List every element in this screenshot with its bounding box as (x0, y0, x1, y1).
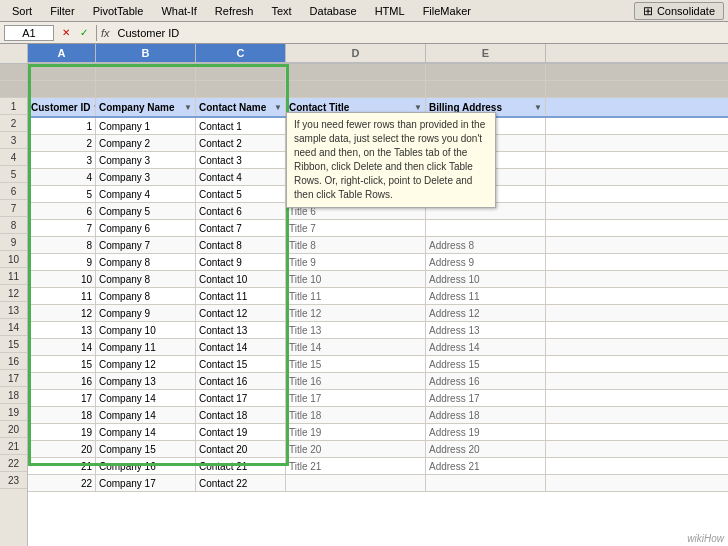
cell[interactable]: Address 20 (426, 441, 546, 457)
cell[interactable]: Contact 18 (196, 407, 286, 423)
cell[interactable]: Address 18 (426, 407, 546, 423)
table-row[interactable]: 20Company 15Contact 20Title 20Address 20 (28, 441, 728, 458)
cell[interactable]: 3 (28, 152, 96, 168)
cell[interactable]: Address 21 (426, 458, 546, 474)
table-row[interactable]: 11Company 8Contact 11Title 11Address 11 (28, 288, 728, 305)
cell[interactable]: 21 (28, 458, 96, 474)
cell[interactable]: 16 (28, 373, 96, 389)
col-header-b[interactable]: B (96, 44, 196, 62)
cell[interactable]: 5 (28, 186, 96, 202)
table-row[interactable]: 9Company 8Contact 9Title 9Address 9 (28, 254, 728, 271)
cell[interactable]: Contact 16 (196, 373, 286, 389)
cell[interactable]: Company 2 (96, 135, 196, 151)
cell[interactable]: Title 13 (286, 322, 426, 338)
cell[interactable]: Company 15 (96, 441, 196, 457)
cell[interactable]: Contact 6 (196, 203, 286, 219)
cell[interactable]: Company 11 (96, 339, 196, 355)
cell[interactable]: 11 (28, 288, 96, 304)
cell[interactable]: Address 15 (426, 356, 546, 372)
cell[interactable]: Title 12 (286, 305, 426, 321)
cell[interactable]: Contact 8 (196, 237, 286, 253)
menu-whatif[interactable]: What-If (153, 3, 204, 19)
cell[interactable]: 14 (28, 339, 96, 355)
cell[interactable]: Company 14 (96, 407, 196, 423)
table-row[interactable]: 10Company 8Contact 10Title 10Address 10 (28, 271, 728, 288)
cell[interactable]: Contact 20 (196, 441, 286, 457)
cell[interactable]: Contact 3 (196, 152, 286, 168)
function-icon[interactable]: fx (101, 27, 110, 39)
cell[interactable]: 22 (28, 475, 96, 491)
cell[interactable]: Company 12 (96, 356, 196, 372)
header-contact-name[interactable]: Contact Name ▼ (196, 98, 286, 116)
menu-filemaker[interactable]: FileMaker (415, 3, 479, 19)
contact-title-dropdown-icon[interactable]: ▼ (414, 103, 422, 112)
table-row[interactable]: 22Company 17Contact 22 (28, 475, 728, 492)
billing-address-dropdown-icon[interactable]: ▼ (534, 103, 542, 112)
cell[interactable]: Company 8 (96, 271, 196, 287)
cell[interactable]: Contact 19 (196, 424, 286, 440)
menu-database[interactable]: Database (302, 3, 365, 19)
cell[interactable] (426, 475, 546, 491)
cell[interactable]: Title 21 (286, 458, 426, 474)
table-row[interactable]: 12Company 9Contact 12Title 12Address 12 (28, 305, 728, 322)
cell[interactable]: Company 6 (96, 220, 196, 236)
cell[interactable]: 15 (28, 356, 96, 372)
menu-sort[interactable]: Sort (4, 3, 40, 19)
cell[interactable]: Contact 14 (196, 339, 286, 355)
table-row[interactable]: 19Company 14Contact 19Title 19Address 19 (28, 424, 728, 441)
menu-refresh[interactable]: Refresh (207, 3, 262, 19)
cell[interactable]: Title 19 (286, 424, 426, 440)
cell-reference-input[interactable] (4, 25, 54, 41)
cell[interactable]: Company 4 (96, 186, 196, 202)
cell[interactable]: Title 15 (286, 356, 426, 372)
cell[interactable]: Company 3 (96, 152, 196, 168)
confirm-formula-icon[interactable]: ✓ (76, 25, 92, 41)
table-row[interactable]: 14Company 11Contact 14Title 14Address 14 (28, 339, 728, 356)
cell[interactable]: 17 (28, 390, 96, 406)
cell[interactable]: Title 20 (286, 441, 426, 457)
cell[interactable]: Contact 13 (196, 322, 286, 338)
cell[interactable]: Address 8 (426, 237, 546, 253)
cell[interactable]: Contact 22 (196, 475, 286, 491)
cell[interactable]: Title 8 (286, 237, 426, 253)
cell[interactable]: 12 (28, 305, 96, 321)
contact-name-dropdown-icon[interactable]: ▼ (274, 103, 282, 112)
cell[interactable]: Contact 10 (196, 271, 286, 287)
cell[interactable]: Address 19 (426, 424, 546, 440)
cell[interactable]: Company 14 (96, 390, 196, 406)
cell[interactable]: Address 12 (426, 305, 546, 321)
cell[interactable]: Company 17 (96, 475, 196, 491)
cell[interactable]: Company 10 (96, 322, 196, 338)
company-name-dropdown-icon[interactable]: ▼ (184, 103, 192, 112)
menu-html[interactable]: HTML (367, 3, 413, 19)
cell[interactable]: Title 16 (286, 373, 426, 389)
cell[interactable]: Company 8 (96, 288, 196, 304)
consolidate-button[interactable]: ⊞ Consolidate (634, 2, 724, 20)
cell[interactable]: Contact 7 (196, 220, 286, 236)
cell[interactable]: Company 14 (96, 424, 196, 440)
cell[interactable]: 6 (28, 203, 96, 219)
cancel-formula-icon[interactable]: ✕ (58, 25, 74, 41)
table-row[interactable]: 15Company 12Contact 15Title 15Address 15 (28, 356, 728, 373)
cell[interactable]: Company 8 (96, 254, 196, 270)
cell[interactable]: Contact 21 (196, 458, 286, 474)
cell[interactable]: 20 (28, 441, 96, 457)
menu-filter[interactable]: Filter (42, 3, 82, 19)
cell[interactable]: Contact 17 (196, 390, 286, 406)
cell[interactable]: Company 3 (96, 169, 196, 185)
cell[interactable] (286, 475, 426, 491)
menu-pivottable[interactable]: PivotTable (85, 3, 152, 19)
table-row[interactable]: 8Company 7Contact 8Title 8Address 8 (28, 237, 728, 254)
table-row[interactable]: 18Company 14Contact 18Title 18Address 18 (28, 407, 728, 424)
cell[interactable]: Title 14 (286, 339, 426, 355)
cell[interactable]: Contact 12 (196, 305, 286, 321)
col-header-a[interactable]: A (28, 44, 96, 62)
cell[interactable]: 7 (28, 220, 96, 236)
cell[interactable]: 18 (28, 407, 96, 423)
col-header-e[interactable]: E (426, 44, 546, 62)
cell[interactable]: Address 17 (426, 390, 546, 406)
table-row[interactable]: 21Company 16Contact 21Title 21Address 21 (28, 458, 728, 475)
cell[interactable]: Company 7 (96, 237, 196, 253)
table-row[interactable]: 13Company 10Contact 13Title 13Address 13 (28, 322, 728, 339)
cell[interactable]: Address 13 (426, 322, 546, 338)
